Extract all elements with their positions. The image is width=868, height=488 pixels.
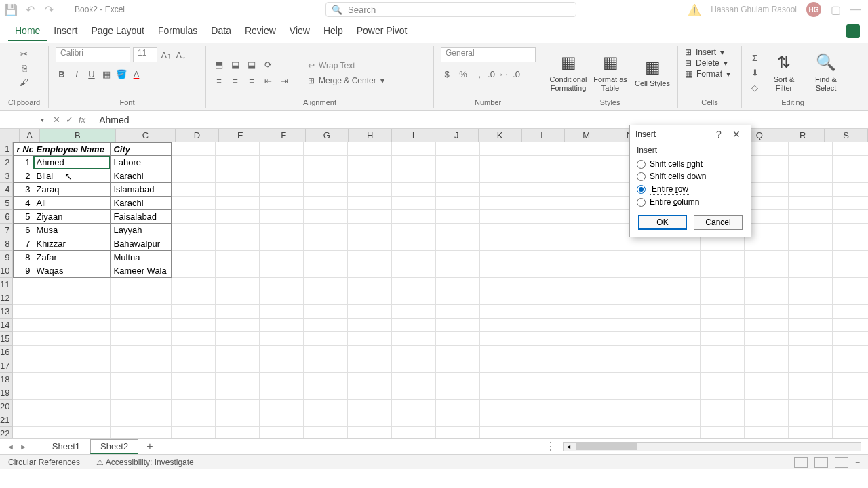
format-as-table-button[interactable]: ▦Format as Table <box>591 53 629 93</box>
row-header[interactable]: 19 <box>0 386 13 400</box>
cell[interactable] <box>260 224 304 237</box>
cell[interactable] <box>304 400 348 413</box>
column-header[interactable]: M <box>565 129 608 142</box>
cell-styles-button[interactable]: ▦Cell Styles <box>633 58 671 89</box>
cell[interactable] <box>612 319 656 332</box>
cell[interactable] <box>612 264 656 278</box>
cell[interactable] <box>111 386 172 400</box>
align-center-icon[interactable]: ≡ <box>229 75 241 87</box>
row-header[interactable]: 22 <box>0 427 13 438</box>
cell[interactable] <box>260 251 304 264</box>
cell[interactable] <box>216 291 260 305</box>
cell[interactable] <box>833 427 868 438</box>
cell[interactable] <box>480 373 524 386</box>
cell[interactable] <box>216 169 260 183</box>
increase-decimal-icon[interactable]: .0→ <box>490 68 502 80</box>
cell[interactable] <box>568 305 612 319</box>
cell[interactable] <box>348 332 392 346</box>
cell[interactable] <box>260 278 304 291</box>
cell[interactable] <box>833 305 868 319</box>
align-bottom-icon[interactable]: ⬓ <box>245 59 258 71</box>
cell[interactable]: Lahore <box>111 156 172 169</box>
cell[interactable] <box>392 400 436 413</box>
cell[interactable] <box>524 237 568 251</box>
cell[interactable] <box>568 386 612 400</box>
cell[interactable] <box>216 183 260 197</box>
cell[interactable] <box>833 142 868 156</box>
cell[interactable]: City <box>111 142 172 156</box>
cell[interactable] <box>216 319 260 332</box>
cell[interactable] <box>656 359 701 373</box>
cell[interactable] <box>304 332 348 346</box>
cell[interactable] <box>480 346 524 359</box>
cell[interactable] <box>612 427 656 438</box>
cell[interactable] <box>216 197 260 210</box>
cell[interactable] <box>111 305 172 319</box>
cell[interactable] <box>656 264 701 278</box>
undo-icon[interactable]: ↶ <box>24 4 35 15</box>
cell[interactable] <box>568 197 612 210</box>
font-size-select[interactable]: 11 <box>133 47 157 62</box>
fx-icon[interactable]: fx <box>79 115 85 125</box>
cell[interactable] <box>480 197 524 210</box>
radio-entire-column[interactable]: Entire column <box>637 196 744 208</box>
cell[interactable] <box>111 346 172 359</box>
conditional-formatting-button[interactable]: ▦Conditional Formatting <box>549 53 587 93</box>
orientation-icon[interactable]: ⟳ <box>262 59 274 71</box>
cell[interactable] <box>13 413 33 427</box>
cell[interactable] <box>216 210 260 224</box>
cell[interactable] <box>524 142 568 156</box>
cell[interactable] <box>480 224 524 237</box>
cell[interactable] <box>172 169 216 183</box>
cell[interactable] <box>568 251 612 264</box>
tab-review[interactable]: Review <box>238 21 283 41</box>
cell[interactable] <box>111 319 172 332</box>
cell[interactable]: Karachi <box>111 197 172 210</box>
find-select-button[interactable]: 🔍Find & Select <box>807 53 845 93</box>
cell[interactable] <box>789 224 833 237</box>
cell[interactable] <box>568 169 612 183</box>
cell[interactable] <box>348 183 392 197</box>
cell[interactable] <box>111 291 172 305</box>
cell[interactable] <box>745 169 789 183</box>
cell[interactable]: r No <box>13 142 33 156</box>
row-header[interactable]: 8 <box>0 237 13 251</box>
delete-cells-button[interactable]: ⊟Delete▾ <box>685 58 728 68</box>
cell[interactable] <box>13 291 33 305</box>
row-header[interactable]: 9 <box>0 251 13 264</box>
cell[interactable] <box>216 386 260 400</box>
sheet-tab[interactable]: Sheet2 <box>90 439 138 454</box>
row-header[interactable]: 12 <box>0 291 13 305</box>
cell[interactable] <box>33 359 111 373</box>
cell[interactable] <box>524 251 568 264</box>
cell[interactable] <box>392 237 436 251</box>
cell[interactable] <box>392 413 436 427</box>
cell[interactable] <box>172 346 216 359</box>
cell[interactable] <box>833 169 868 183</box>
cell[interactable] <box>392 373 436 386</box>
ok-button[interactable]: OK <box>638 215 687 230</box>
cell[interactable] <box>612 359 656 373</box>
cell[interactable] <box>656 305 701 319</box>
cell[interactable] <box>745 210 789 224</box>
cell[interactable] <box>304 142 348 156</box>
tab-home[interactable]: Home <box>8 21 47 41</box>
cell[interactable] <box>656 400 701 413</box>
cell[interactable] <box>612 305 656 319</box>
cell[interactable] <box>304 183 348 197</box>
row-header[interactable]: 7 <box>0 224 13 237</box>
row-header[interactable]: 11 <box>0 278 13 291</box>
cell[interactable] <box>568 237 612 251</box>
cell[interactable] <box>833 264 868 278</box>
cell[interactable] <box>789 305 833 319</box>
cell[interactable] <box>348 142 392 156</box>
row-header[interactable]: 15 <box>0 332 13 346</box>
cell[interactable]: Faisalabad <box>111 210 172 224</box>
cell[interactable] <box>260 413 304 427</box>
cell[interactable] <box>701 305 745 319</box>
cell[interactable] <box>172 264 216 278</box>
cell[interactable] <box>833 359 868 373</box>
cell[interactable] <box>745 197 789 210</box>
cell[interactable] <box>701 278 745 291</box>
cell[interactable] <box>348 413 392 427</box>
